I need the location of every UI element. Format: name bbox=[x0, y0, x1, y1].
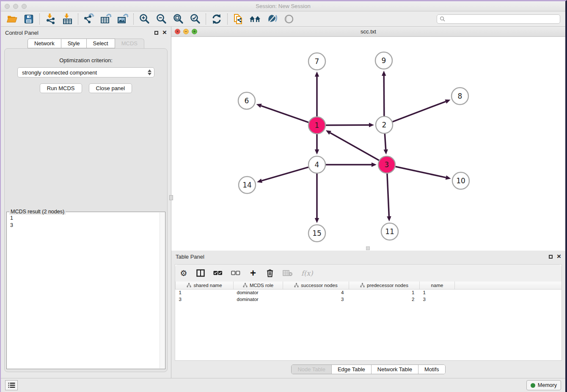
control-panel: Control Panel × Network Style Select MCD… bbox=[1, 27, 171, 378]
graph-edge-2-9[interactable] bbox=[384, 76, 384, 116]
graphics-details-button[interactable] bbox=[264, 12, 281, 26]
column-header-shared-name[interactable]: shared name bbox=[176, 282, 234, 289]
tab-motifs[interactable]: Motifs bbox=[418, 365, 445, 374]
graph-edge-1-6[interactable] bbox=[261, 106, 308, 122]
import-table-button[interactable] bbox=[59, 12, 76, 26]
table-tabs: Node Table Edge Table Network Table Moti… bbox=[291, 364, 445, 374]
close-panel-button[interactable]: Close panel bbox=[89, 83, 132, 93]
result-scrollbar[interactable] bbox=[160, 213, 165, 368]
export-image-button[interactable] bbox=[114, 12, 131, 26]
cell-name[interactable]: 3 bbox=[420, 296, 455, 303]
close-panel-icon[interactable]: × bbox=[162, 30, 167, 35]
table-settings-button[interactable]: ⚙ bbox=[179, 268, 188, 279]
birds-eye-button[interactable] bbox=[281, 12, 297, 26]
toolbar-separator bbox=[78, 14, 78, 25]
mcds-result-item: 1 bbox=[10, 215, 162, 222]
graph-edge-2-3[interactable] bbox=[385, 134, 385, 149]
table-row[interactable]: 3 dominator 3 2 3 bbox=[176, 296, 562, 303]
export-network-button[interactable] bbox=[80, 12, 97, 26]
criterion-select[interactable]: strongly connected component bbox=[17, 67, 154, 77]
add-column-button[interactable]: + bbox=[249, 268, 257, 279]
float-panel-icon[interactable] bbox=[549, 255, 553, 259]
graph-edge-arrowhead bbox=[315, 149, 319, 155]
refresh-button[interactable] bbox=[208, 12, 225, 26]
select-all-icon bbox=[213, 270, 223, 276]
mcds-result-item: 3 bbox=[10, 222, 162, 229]
function-builder-button[interactable]: f(x) bbox=[301, 268, 313, 279]
cell-successor-nodes[interactable]: 4 bbox=[283, 289, 349, 296]
column-header-name[interactable]: name bbox=[420, 282, 455, 289]
tab-network-table[interactable]: Network Table bbox=[371, 365, 418, 374]
control-panel-header: Control Panel × bbox=[1, 27, 171, 39]
save-session-button[interactable] bbox=[20, 12, 37, 26]
cell-name[interactable]: 1 bbox=[420, 289, 455, 296]
column-header-mcds-role[interactable]: MCDS role bbox=[234, 282, 283, 289]
graph-edge-3-11[interactable] bbox=[387, 174, 389, 216]
canvas-scroll-grip[interactable] bbox=[366, 246, 370, 250]
import-table-icon bbox=[62, 13, 73, 25]
import-network-button[interactable] bbox=[42, 12, 59, 26]
graph-edge-2-8[interactable] bbox=[393, 102, 446, 122]
graph-edge-arrowhead bbox=[315, 218, 319, 223]
list-icon bbox=[8, 382, 15, 388]
search-input[interactable] bbox=[447, 16, 557, 22]
cell-mcds-role[interactable]: dominator bbox=[234, 289, 283, 296]
graph-node-label: 10 bbox=[456, 177, 465, 185]
tab-style[interactable]: Style bbox=[61, 39, 87, 48]
tab-edge-table[interactable]: Edge Table bbox=[331, 365, 371, 374]
select-stepper-icon bbox=[148, 69, 151, 75]
select-all-button[interactable] bbox=[213, 268, 223, 279]
zoom-in-button[interactable] bbox=[136, 12, 153, 26]
tab-network[interactable]: Network bbox=[28, 39, 61, 48]
network-canvas[interactable]: 7968124314101511 bbox=[171, 37, 565, 251]
tab-node-table[interactable]: Node Table bbox=[292, 365, 331, 374]
graph-edge-3-10[interactable] bbox=[396, 166, 446, 177]
unselect-all-icon bbox=[231, 270, 240, 276]
zoom-out-button[interactable] bbox=[153, 12, 170, 26]
memory-status-icon bbox=[531, 383, 535, 388]
first-neighbors-button[interactable] bbox=[247, 12, 264, 26]
app-window: Session: New Session bbox=[0, 0, 567, 392]
graph-edge-3-1[interactable] bbox=[330, 133, 379, 160]
graph-node-label: 1 bbox=[315, 121, 319, 130]
tab-select[interactable]: Select bbox=[87, 39, 115, 48]
graph-node-label: 7 bbox=[315, 57, 319, 66]
zoom-selected-button[interactable] bbox=[187, 12, 204, 26]
column-header-successor-nodes[interactable]: successor nodes bbox=[283, 282, 349, 289]
trash-icon bbox=[266, 269, 274, 277]
cell-shared-name[interactable]: 1 bbox=[176, 289, 234, 296]
cell-predecessor-nodes[interactable]: 2 bbox=[349, 296, 420, 303]
run-mcds-button[interactable]: Run MCDS bbox=[40, 83, 82, 93]
panel-divider-grip[interactable] bbox=[169, 195, 173, 200]
network-window-titlebar: × − + scc.txt bbox=[171, 27, 565, 37]
search-field[interactable] bbox=[437, 14, 560, 24]
mcds-result-box: MCDS result (2 nodes) 1 3 bbox=[6, 212, 165, 369]
zoom-selected-icon bbox=[190, 13, 201, 25]
toolbar-separator bbox=[227, 14, 228, 25]
column-header-predecessor-nodes[interactable]: predecessor nodes bbox=[349, 282, 420, 289]
graph-edge-4-14[interactable] bbox=[262, 167, 308, 181]
table-row[interactable]: 1 dominator 4 1 1 bbox=[176, 289, 562, 296]
column-view-button[interactable] bbox=[196, 268, 205, 279]
tab-mcds[interactable]: MCDS bbox=[115, 39, 144, 48]
cell-mcds-role[interactable]: dominator bbox=[234, 296, 283, 303]
network-graph[interactable]: 7968124314101511 bbox=[171, 37, 565, 251]
delete-table-button[interactable] bbox=[283, 268, 293, 279]
table-panel-header: Table Panel × bbox=[171, 251, 565, 262]
graph-edge-1-2[interactable] bbox=[326, 125, 369, 125]
task-history-button[interactable] bbox=[5, 380, 18, 390]
float-panel-icon[interactable] bbox=[154, 31, 158, 35]
cell-shared-name[interactable]: 3 bbox=[176, 296, 234, 303]
delete-column-button[interactable] bbox=[266, 268, 274, 279]
unselect-all-button[interactable] bbox=[231, 268, 240, 279]
cell-predecessor-nodes[interactable]: 1 bbox=[349, 289, 420, 296]
close-panel-icon[interactable]: × bbox=[557, 254, 561, 259]
optimization-criterion-label: Optimization criterion: bbox=[5, 57, 167, 63]
zoom-fit-button[interactable] bbox=[170, 12, 187, 26]
clone-network-button[interactable] bbox=[230, 12, 247, 26]
memory-button[interactable]: Memory bbox=[526, 380, 561, 390]
cell-successor-nodes[interactable]: 3 bbox=[283, 296, 349, 303]
export-table-button[interactable] bbox=[97, 12, 114, 26]
open-session-button[interactable] bbox=[3, 12, 20, 26]
network-window-title: scc.txt bbox=[171, 28, 565, 35]
